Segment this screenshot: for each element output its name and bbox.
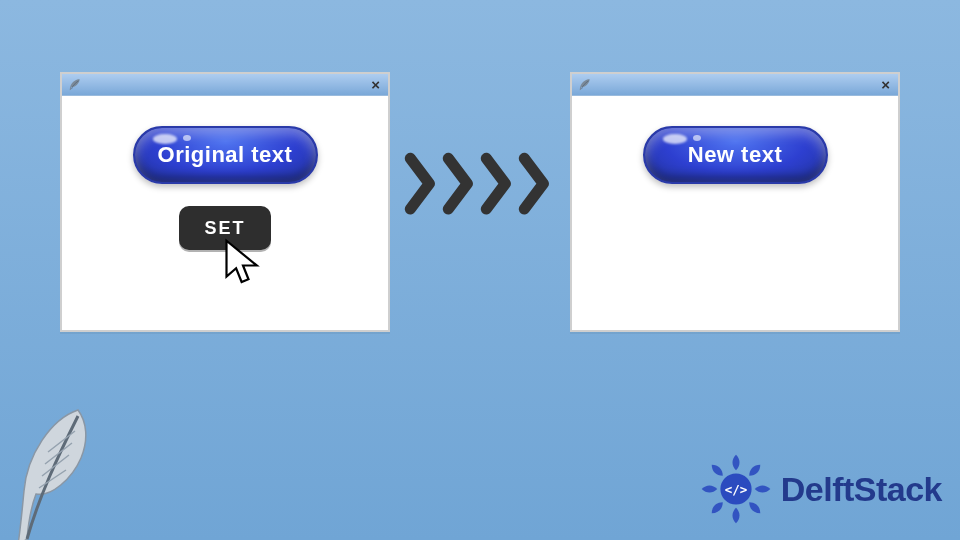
new-text-button[interactable]: New text: [643, 126, 828, 184]
feather-icon: [68, 78, 82, 92]
brand-name: DelftStack: [781, 470, 942, 509]
original-text-button[interactable]: Original text: [133, 126, 318, 184]
transition-arrows: [404, 152, 556, 212]
diagram-stage: × Original text SET: [0, 72, 960, 332]
svg-text:</>: </>: [724, 482, 747, 497]
pill-label: Original text: [158, 142, 293, 168]
cursor-icon: [221, 238, 265, 292]
close-icon[interactable]: ×: [369, 77, 382, 92]
window-before: × Original text SET: [60, 72, 390, 332]
feather-icon: [578, 78, 592, 92]
window-body-before: Original text SET: [62, 96, 388, 330]
titlebar: ×: [62, 74, 388, 96]
chevron-right-icon: [480, 152, 518, 212]
window-body-after: New text: [572, 96, 898, 330]
pill-label: New text: [688, 142, 782, 168]
brand: </> DelftStack: [697, 450, 942, 528]
set-button-label: SET: [204, 218, 245, 239]
window-after: × New text: [570, 72, 900, 332]
brand-logo-icon: </>: [697, 450, 775, 528]
chevron-right-icon: [518, 152, 556, 212]
set-button-wrap: SET: [179, 206, 271, 250]
feather-decor-icon: [6, 404, 96, 534]
chevron-right-icon: [442, 152, 480, 212]
close-icon[interactable]: ×: [879, 77, 892, 92]
chevron-right-icon: [404, 152, 442, 212]
titlebar: ×: [572, 74, 898, 96]
